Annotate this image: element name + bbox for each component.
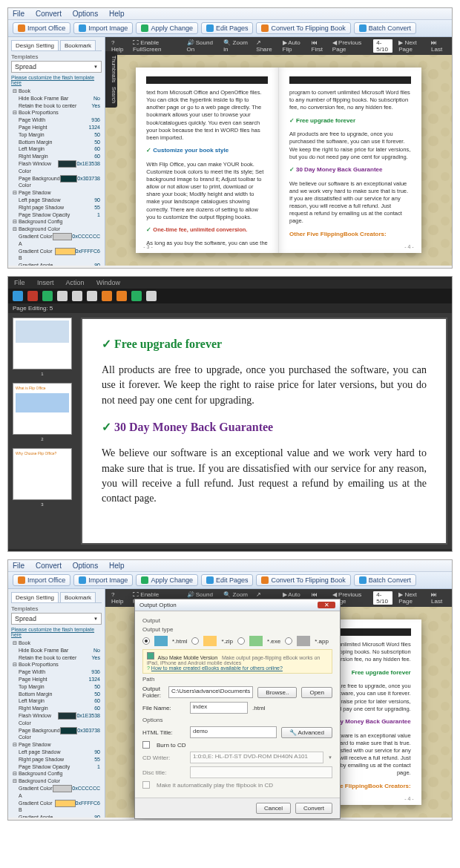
last-page-button[interactable]: ⏭ Last (431, 591, 446, 605)
app-menubar[interactable]: File Convert Options Help (8, 8, 452, 20)
menu-insert[interactable]: Insert (37, 279, 54, 286)
menu-help[interactable]: Help (109, 10, 125, 18)
select-tool-icon[interactable] (13, 291, 23, 301)
mobile-checkbox[interactable] (147, 652, 154, 660)
page-indicator[interactable]: 4-5/10 (373, 591, 392, 605)
disc-title-input[interactable] (190, 766, 332, 778)
html-icon (154, 636, 168, 646)
copy-tool-icon[interactable] (72, 291, 82, 301)
fullscreen-button[interactable]: ⛶ Enable FullScreen (133, 39, 179, 53)
menu-convert[interactable]: Convert (36, 10, 62, 18)
tab-bookmark[interactable]: Bookmark (60, 40, 96, 50)
page-thumbnail[interactable]: What is Flip Office2 (13, 383, 72, 435)
batch-convert-button[interactable]: Batch Convert (354, 574, 416, 586)
templates-label: Templates (11, 605, 102, 612)
dialog-title: Output Option (139, 602, 177, 608)
settings-tree[interactable]: ⊟ BookHide Book Frame BarNoRetain the bo… (11, 640, 102, 818)
edit-pages-button[interactable]: Edit Pages (201, 574, 254, 586)
import-office-button[interactable]: Import Office (13, 22, 70, 34)
apply-icon (141, 576, 148, 584)
html-title-input[interactable]: demo (190, 726, 277, 738)
image-icon (79, 576, 86, 584)
customize-template-link[interactable]: Please customize the flash template here (11, 627, 102, 637)
cd-writer-select[interactable]: 1:0:0,E: HL-DT-ST DVD-ROM DH40N A101 (190, 752, 323, 763)
output-section-label: Output (142, 617, 332, 624)
chevron-down-icon: ▼ (93, 617, 98, 621)
browse-button[interactable]: Browse.. (257, 687, 297, 698)
prev-page-button[interactable]: ◀ Previous Page (332, 39, 367, 53)
thumbnails-tab[interactable]: Thumbnails Search (105, 51, 117, 108)
align-tool-icon[interactable] (146, 291, 157, 301)
tab-design-setting[interactable]: Design Setting (11, 592, 59, 602)
menu-options[interactable]: Options (73, 562, 98, 570)
share-button[interactable]: ↗ Share (256, 39, 275, 53)
page-thumbnail[interactable]: Why Choose Flip Office?3 (13, 448, 72, 500)
import-office-button[interactable]: Import Office (13, 574, 70, 586)
apply-change-button[interactable]: Apply Change (136, 22, 198, 34)
convert-book-button[interactable]: Convert To Flipping Book (256, 574, 350, 586)
menu-action[interactable]: Action (66, 279, 85, 286)
file-name-input[interactable]: index (190, 702, 248, 714)
batch-convert-button[interactable]: Batch Convert (354, 22, 416, 34)
radio-html[interactable] (142, 637, 150, 645)
advanced-button[interactable]: 🔧 Advanced (281, 727, 332, 738)
batch-icon (359, 576, 367, 584)
output-folder-input[interactable]: C:\Users\advance\Documents (168, 686, 253, 698)
close-icon[interactable]: ✕ (318, 602, 335, 608)
last-page-button[interactable]: ⏭ Last (431, 39, 446, 53)
page-thumbnail[interactable]: 1 (13, 318, 72, 369)
zip-icon (203, 636, 217, 646)
flipbook[interactable]: text from Microsoft Office and OpenOffic… (136, 68, 421, 254)
cancel-button[interactable]: Cancel (256, 803, 291, 814)
next-page-button[interactable]: ▶ Next Page (398, 39, 425, 53)
tab-bookmark[interactable]: Bookmark (60, 592, 96, 602)
page-indicator[interactable]: 4-5/10 (373, 39, 392, 53)
radio-app[interactable] (285, 637, 292, 645)
autoplay-checkbox[interactable] (142, 781, 150, 789)
menu-options[interactable]: Options (73, 10, 98, 18)
convert-icon (261, 576, 269, 584)
settings-tree[interactable]: ⊟ BookHide Book Frame BarNoRetain the bo… (11, 88, 102, 266)
main-toolbar: Import Office Import Image Apply Change … (8, 20, 452, 37)
menu-convert[interactable]: Convert (36, 562, 62, 570)
import-image-button[interactable]: Import Image (73, 22, 133, 34)
redo-tool-icon[interactable] (116, 291, 127, 301)
help-button[interactable]: ? Help (111, 591, 125, 605)
thumbnail-panel: 1 What is Flip Office2 Why Choose Flip O… (8, 313, 76, 549)
shape-tool-icon[interactable] (27, 291, 38, 301)
undo-tool-icon[interactable] (102, 291, 112, 301)
text-tool-icon[interactable] (42, 291, 53, 301)
burn-cd-checkbox[interactable] (142, 741, 150, 749)
radio-exe[interactable] (237, 637, 245, 645)
convert-button[interactable]: Convert (295, 803, 332, 814)
next-page-button[interactable]: ▶ Next Page (398, 591, 425, 605)
radio-zip[interactable] (191, 637, 199, 645)
menu-file[interactable]: File (14, 279, 25, 286)
import-image-button[interactable]: Import Image (73, 574, 133, 586)
customize-template-link[interactable]: Please customize the flash template here (11, 75, 102, 85)
open-button[interactable]: Open (301, 687, 332, 698)
image-tool-icon[interactable] (57, 291, 68, 301)
edit-pages-button[interactable]: Edit Pages (201, 22, 254, 34)
menu-file[interactable]: File (13, 10, 24, 18)
autoflip-button[interactable]: ▶ Auto Flip (283, 39, 306, 53)
tab-design-setting[interactable]: Design Setting (11, 40, 59, 50)
zoom-tool-icon[interactable] (131, 291, 142, 301)
screenshot-output-dialog: File Convert Options Help Import Office … (7, 559, 453, 821)
editor-menubar[interactable]: File Insert Action Window (8, 277, 452, 289)
template-dropdown[interactable]: Spread▼ (11, 613, 102, 625)
first-page-button[interactable]: ⏮ First (312, 39, 326, 53)
paste-tool-icon[interactable] (87, 291, 97, 301)
zoom-button[interactable]: 🔍 Zoom in (223, 39, 249, 53)
apply-change-button[interactable]: Apply Change (136, 574, 198, 586)
how-link[interactable]: How to make created eBooks available for… (151, 665, 283, 671)
sound-button[interactable]: 🔊 Sound On (187, 39, 217, 53)
menu-help[interactable]: Help (109, 562, 125, 570)
menu-file[interactable]: File (13, 562, 24, 570)
template-dropdown[interactable]: Spread▼ (11, 61, 102, 73)
options-label: Options (142, 717, 332, 723)
app-menubar[interactable]: File Convert Options Help (8, 560, 452, 572)
convert-book-button[interactable]: Convert To Flipping Book (256, 22, 350, 34)
menu-window[interactable]: Window (96, 279, 120, 286)
page-canvas[interactable]: ✓ Free upgrade forever All products are … (81, 318, 447, 545)
